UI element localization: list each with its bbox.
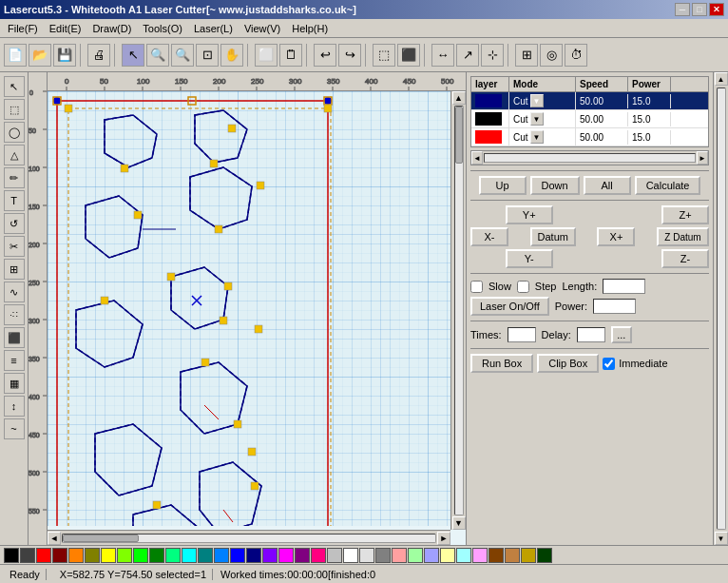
zoom-in-button[interactable]: 🔍 <box>146 44 169 67</box>
scroll-down-btn[interactable]: ▼ <box>452 516 466 530</box>
z-minus-button[interactable]: Z- <box>661 249 709 268</box>
left-triangle-tool[interactable]: △ <box>4 145 25 165</box>
swatch-lightmagenta[interactable] <box>472 548 488 563</box>
swatch-red[interactable] <box>36 548 51 563</box>
mirror-h-button[interactable]: ↔ <box>431 44 454 67</box>
swatch-gold[interactable] <box>521 548 536 563</box>
close-button[interactable]: ✕ <box>709 3 724 16</box>
scroll-right-btn[interactable]: ► <box>437 532 450 545</box>
slow-checkbox[interactable] <box>470 281 483 293</box>
swatch-lightblue[interactable] <box>424 548 439 563</box>
swatch-cyan[interactable] <box>182 548 197 563</box>
up-button[interactable]: Up <box>479 176 527 195</box>
zoom-fit-button[interactable]: ⊡ <box>196 44 219 67</box>
open-button[interactable]: 📂 <box>29 44 51 67</box>
menu-view[interactable]: View(V) <box>239 22 286 35</box>
swatch-yellow[interactable] <box>101 548 116 563</box>
layer-dropdown-1[interactable]: ▼ <box>530 112 544 126</box>
export-button[interactable]: 🗒 <box>279 44 302 67</box>
y-plus-button[interactable]: Y+ <box>506 205 553 224</box>
right-panel-scrollbar[interactable]: ◄ ► <box>470 150 709 165</box>
left-hatch-tool[interactable]: ▦ <box>4 373 25 394</box>
swatch-teal[interactable] <box>198 548 213 563</box>
rp-scroll-right[interactable]: ► <box>697 151 708 165</box>
ungroup-button[interactable]: ⬛ <box>397 44 420 67</box>
length-input[interactable]: 50.00 <box>603 279 645 294</box>
left-rotate-tool[interactable]: ↺ <box>4 213 25 234</box>
design-canvas[interactable] <box>48 91 466 526</box>
left-fill-tool[interactable]: ⬛ <box>4 327 25 348</box>
v-scroll-thumb[interactable] <box>455 107 463 164</box>
left-text-tool[interactable]: T <box>4 190 25 211</box>
y-minus-button[interactable]: Y- <box>506 249 553 268</box>
left-rect-tool[interactable]: ⬚ <box>4 99 25 120</box>
save-button[interactable]: 💾 <box>53 44 76 67</box>
undo-button[interactable]: ↩ <box>314 44 336 67</box>
swatch-white[interactable] <box>343 548 358 563</box>
layer-dropdown-2[interactable]: ▼ <box>530 130 544 144</box>
swatch-springgreen[interactable] <box>165 548 181 563</box>
left-wave-tool[interactable]: ∿ <box>4 282 25 302</box>
swatch-darkred[interactable] <box>52 548 67 563</box>
group-button[interactable]: ⬚ <box>373 44 395 67</box>
swatch-skyblue[interactable] <box>214 548 229 563</box>
h-scroll-thumb[interactable] <box>63 534 139 542</box>
swatch-lightgray[interactable] <box>359 548 374 563</box>
redo-button[interactable]: ↪ <box>338 44 361 67</box>
maximize-button[interactable]: □ <box>692 3 707 16</box>
swatch-silver[interactable] <box>327 548 342 563</box>
calculate-button[interactable]: Calculate <box>635 176 701 195</box>
rp-scroll-track[interactable] <box>484 153 696 163</box>
swatch-lightred[interactable] <box>392 548 407 563</box>
datum-button[interactable]: Datum <box>530 227 576 246</box>
swatch-darkgray[interactable] <box>20 548 35 563</box>
swatch-darkgreen[interactable] <box>149 548 164 563</box>
swatch-black[interactable] <box>4 548 19 563</box>
swatch-green[interactable] <box>133 548 148 563</box>
all-button[interactable]: All <box>584 176 631 195</box>
x-minus-button[interactable]: X- <box>470 227 508 246</box>
z-plus-button[interactable]: Z+ <box>661 205 709 224</box>
left-cut-tool[interactable]: ✂ <box>4 236 25 257</box>
x-plus-button[interactable]: X+ <box>597 227 635 246</box>
zoom-out-button[interactable]: 🔍 <box>171 44 194 67</box>
time-button[interactable]: ⏱ <box>565 44 587 67</box>
left-grid-tool[interactable]: ⊞ <box>4 259 25 280</box>
layer-dropdown-0[interactable]: ▼ <box>530 94 544 107</box>
scroll-left-btn[interactable]: ◄ <box>48 532 61 545</box>
left-circle-tool[interactable]: ◯ <box>4 122 25 143</box>
left-bezier-tool[interactable]: ~ <box>4 418 25 439</box>
left-select-tool[interactable]: ↖ <box>4 76 25 97</box>
v-scrollbar[interactable]: ▲ ▼ <box>450 91 466 530</box>
layer-row-2[interactable]: Cut ▼ 50.00 15.0 <box>471 128 708 146</box>
menu-draw[interactable]: Draw(D) <box>86 22 137 35</box>
ellipsis-button[interactable]: ... <box>611 326 632 343</box>
menu-laser[interactable]: Laser(L) <box>188 22 239 35</box>
pointer-button[interactable]: ↗ <box>456 44 479 67</box>
import-button[interactable]: ⬜ <box>255 44 278 67</box>
swatch-gray[interactable] <box>375 548 391 563</box>
swatch-lime[interactable] <box>117 548 132 563</box>
layer-row-0[interactable]: Cut ▼ 50.00 15.0 <box>471 92 708 110</box>
times-input[interactable]: 1 <box>508 327 536 342</box>
scroll-up-btn[interactable]: ▲ <box>452 91 466 105</box>
print-button[interactable]: 🖨 <box>87 44 110 67</box>
rp-scroll-left[interactable]: ◄ <box>471 151 483 165</box>
layer-row-1[interactable]: Cut ▼ 50.00 15.0 <box>471 110 708 128</box>
grid-button[interactable]: ⊞ <box>515 44 538 67</box>
swatch-orange[interactable] <box>68 548 84 563</box>
laser-onoff-button[interactable]: Laser On/Off <box>470 297 549 316</box>
v-scroll-track[interactable] <box>454 106 464 515</box>
node-button[interactable]: ⊹ <box>481 44 504 67</box>
left-dots-tool[interactable]: ·∷ <box>4 304 25 325</box>
h-scroll-track[interactable] <box>62 534 436 543</box>
swatch-magenta[interactable] <box>278 548 294 563</box>
far-scroll-up[interactable]: ▲ <box>715 72 728 86</box>
left-lines-tool[interactable]: ≡ <box>4 350 25 371</box>
left-pen-tool[interactable]: ✏ <box>4 167 25 188</box>
swatch-violet[interactable] <box>262 548 278 563</box>
power-input[interactable]: 45.00 <box>593 299 636 314</box>
h-scrollbar[interactable]: ◄ ► <box>48 530 450 545</box>
laser-sim-button[interactable]: ◎ <box>540 44 563 67</box>
swatch-lightcyan[interactable] <box>456 548 471 563</box>
